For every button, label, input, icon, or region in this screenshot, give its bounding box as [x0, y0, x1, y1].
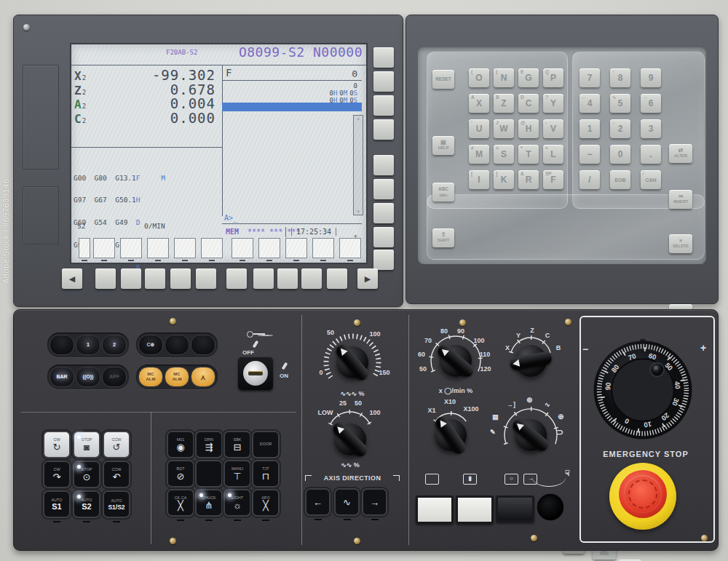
- softkey[interactable]: [226, 268, 247, 289]
- side-softkey[interactable]: [373, 227, 394, 247]
- turret-stop-button[interactable]: STOP⊙: [74, 462, 99, 487]
- side-softkey[interactable]: [373, 95, 394, 116]
- key-L[interactable]: +L: [543, 145, 563, 164]
- key-0[interactable]: 0: [610, 145, 630, 164]
- key-G[interactable]: EG: [518, 68, 539, 87]
- emergency-stop-button[interactable]: [619, 470, 667, 518]
- pendant-socket[interactable]: [537, 494, 563, 520]
- lamp-blank[interactable]: [191, 335, 215, 355]
- key-U[interactable]: 'U: [469, 119, 489, 138]
- chuck-button[interactable]: CHUCK⋔: [197, 490, 221, 515]
- key-P[interactable]: QP: [543, 68, 563, 87]
- lamp-chuck-clamp[interactable]: ((O)): [76, 367, 100, 387]
- work-light-button[interactable]: LIGHT☼: [225, 490, 250, 515]
- chuck-air-button[interactable]: CK.CA╳: [168, 490, 193, 515]
- case-toggle-key[interactable]: ABC/abc: [432, 183, 454, 202]
- key-H[interactable]: @H: [518, 119, 539, 138]
- lamp-cleaning[interactable]: ⋏: [191, 367, 215, 387]
- key-3[interactable]: 3: [641, 119, 661, 138]
- lamp-operator2[interactable]: 2: [102, 335, 127, 355]
- turret-cw-button[interactable]: CW↷: [44, 462, 69, 487]
- auto-s1-button[interactable]: AUTOS1: [44, 492, 69, 517]
- softkey[interactable]: [95, 268, 116, 289]
- lamp-mc-alarm-1[interactable]: MCALM: [138, 367, 163, 387]
- axis-rapid-button[interactable]: ∿: [336, 490, 358, 514]
- auto-s1s2-button[interactable]: AUTOS1/S2: [104, 492, 129, 517]
- insert-key[interactable]: ⇒INSERT: [669, 190, 692, 209]
- rapid-override-knob[interactable]: [334, 423, 366, 455]
- side-softkey[interactable]: [373, 119, 394, 140]
- tool-jet-button[interactable]: TJT⊓: [253, 461, 278, 486]
- key-4[interactable]: ←4: [579, 94, 600, 113]
- key-R[interactable]: &R: [518, 170, 539, 189]
- key-K[interactable]: ]K: [494, 170, 514, 189]
- key-X[interactable]: AX: [469, 94, 489, 113]
- key-2[interactable]: ↓2: [610, 119, 630, 138]
- key-W[interactable]: JW: [494, 119, 514, 138]
- lamp-standby[interactable]: ◌: [50, 335, 74, 355]
- help-key[interactable]: ▤HELP: [432, 136, 454, 155]
- key-slash[interactable]: /: [579, 170, 600, 189]
- axis-select-knob[interactable]: [515, 345, 547, 377]
- spindle-cw-button[interactable]: CW↻: [44, 432, 69, 457]
- delete-key[interactable]: ×DELETE: [669, 234, 692, 253]
- key-6[interactable]: →6: [641, 94, 661, 113]
- mpg-multiplier-knob[interactable]: [435, 419, 467, 451]
- feed-hold-button[interactable]: [456, 496, 494, 524]
- dry-run-button[interactable]: DRN⇶: [197, 432, 221, 457]
- manual-coolant-button[interactable]: MANU⊤: [225, 461, 250, 486]
- softkey[interactable]: [327, 268, 347, 289]
- side-softkey[interactable]: [373, 47, 394, 68]
- key-eob[interactable]: EOB: [610, 170, 630, 189]
- key-period[interactable]: .: [641, 145, 661, 164]
- feed-override-knob[interactable]: [336, 346, 368, 378]
- axis-minus-button[interactable]: ←: [306, 490, 329, 514]
- softkey[interactable]: [170, 268, 191, 289]
- apo-button[interactable]: APO╳: [253, 490, 278, 515]
- spindle-ccw-button[interactable]: CCW↺: [104, 432, 129, 457]
- alter-key[interactable]: ⇄ALTER: [669, 144, 692, 163]
- program-stop-button[interactable]: [496, 496, 534, 522]
- key-8[interactable]: ↑8: [610, 68, 630, 87]
- softkey-next-button[interactable]: ▶: [357, 268, 378, 289]
- key-N[interactable]: )N: [494, 68, 514, 87]
- side-softkey[interactable]: [373, 155, 394, 175]
- softkey[interactable]: [301, 268, 322, 289]
- side-softkey[interactable]: [373, 250, 394, 270]
- softkey[interactable]: [277, 268, 298, 289]
- key-7[interactable]: 7: [579, 68, 600, 87]
- side-softkey[interactable]: [373, 203, 394, 223]
- lamp-mc-alarm-2[interactable]: MCALM: [165, 367, 189, 387]
- axis-plus-button[interactable]: →: [363, 490, 386, 514]
- key-V[interactable]: -V: [543, 119, 563, 138]
- softkey[interactable]: [145, 268, 165, 289]
- mode-select-knob[interactable]: [515, 419, 547, 451]
- spindle-override-knob[interactable]: [440, 345, 472, 377]
- key-1[interactable]: 1: [579, 119, 600, 138]
- turret-ccw-button[interactable]: CCW↶: [104, 462, 129, 487]
- key-can[interactable]: ∕CAN: [641, 170, 661, 189]
- lamp-operator1[interactable]: 1: [76, 335, 100, 355]
- cycle-start-button[interactable]: [416, 496, 454, 524]
- shift-key[interactable]: ⇧SHIFT: [432, 228, 454, 247]
- spindle-stop-button[interactable]: STOP◙: [74, 432, 99, 457]
- optional-stop-button[interactable]: M01◉: [168, 432, 193, 457]
- key-Z[interactable]: BZ: [494, 94, 514, 113]
- lamp-apf[interactable]: APF: [102, 367, 127, 387]
- handwheel[interactable]: 0 10 20 30 40 50 60 70 80 90: [587, 335, 698, 445]
- lamp-bar-feeder[interactable]: BAR: [50, 367, 74, 387]
- key-O[interactable]: (O: [469, 68, 489, 87]
- lamp-c-axis[interactable]: C⊛: [138, 335, 163, 355]
- key-Y[interactable]: ?Y: [543, 94, 563, 113]
- softkey[interactable]: [121, 268, 141, 289]
- program-protect-keyswitch[interactable]: [238, 357, 273, 390]
- key-minus[interactable]: −: [579, 145, 600, 164]
- block-delete-button[interactable]: BDT⊘: [168, 461, 193, 486]
- key-M[interactable]: #M: [469, 145, 489, 164]
- side-softkey[interactable]: [373, 71, 394, 92]
- key-F[interactable]: SPF: [543, 170, 563, 189]
- key-5[interactable]: ∿5: [610, 94, 630, 113]
- softkey-prev-button[interactable]: ◀: [62, 268, 82, 289]
- key-T[interactable]: *T: [518, 145, 539, 164]
- key-S[interactable]: =S: [494, 145, 514, 164]
